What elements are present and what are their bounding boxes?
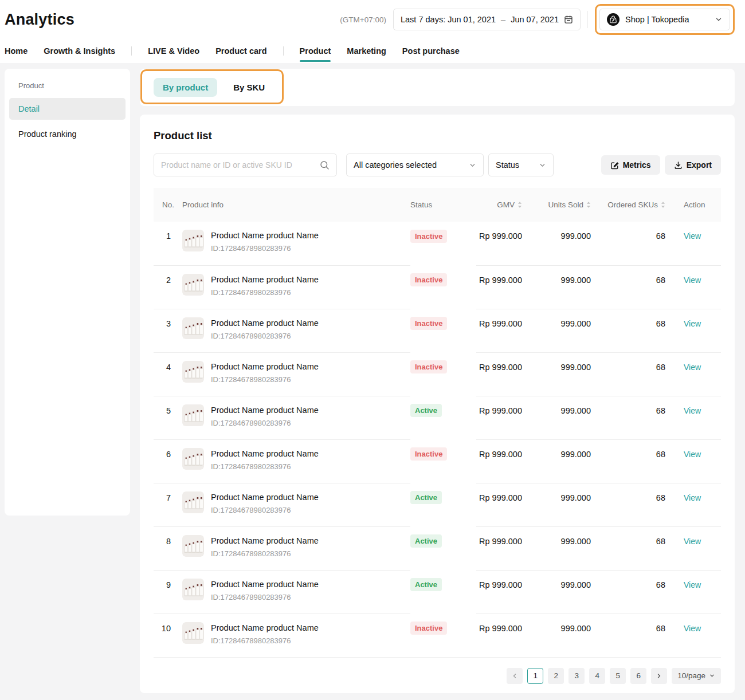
status-filter-value: Status bbox=[496, 160, 519, 170]
page-size-select[interactable]: 10/page bbox=[672, 668, 721, 684]
metrics-button[interactable]: Metrics bbox=[601, 155, 660, 175]
date-range-end: Jun 07, 2021 bbox=[511, 15, 559, 24]
view-tab-label: By SKU bbox=[233, 82, 265, 92]
product-info-cell: Product Name product Name ID:17284678980… bbox=[182, 222, 410, 265]
page-button[interactable]: 6 bbox=[630, 668, 646, 684]
product-id: ID:17284678980283976 bbox=[211, 593, 319, 601]
ordered-skus-value: 68 bbox=[591, 352, 665, 396]
table-body: 1 bbox=[154, 222, 721, 657]
product-info-cell: Product Name product Name ID:17284678980… bbox=[182, 570, 410, 614]
col-gmv: GMV bbox=[476, 188, 522, 222]
view-link[interactable]: View bbox=[684, 580, 701, 589]
page-title: Analytics bbox=[5, 11, 74, 29]
view-link[interactable]: View bbox=[684, 363, 701, 372]
page-button-label: 2 bbox=[554, 671, 558, 680]
top-nav: Home Growth & Insights LIVE & Video Prod… bbox=[0, 39, 745, 63]
chevron-left-icon bbox=[511, 673, 518, 679]
product-thumbnail bbox=[182, 579, 204, 600]
page-button[interactable]: 4 bbox=[589, 668, 605, 684]
nav-item[interactable]: Post purchase bbox=[402, 39, 460, 63]
shop-selector[interactable]: Shop | Tokopedia bbox=[599, 9, 730, 30]
gmv-sort[interactable]: GMV bbox=[497, 200, 522, 209]
row-number: 9 bbox=[154, 570, 182, 614]
nav-item[interactable]: Product card bbox=[215, 39, 266, 63]
sort-icon bbox=[661, 201, 665, 209]
product-id: ID:17284678980283976 bbox=[211, 375, 319, 384]
sidebar-item[interactable]: Detail bbox=[9, 98, 126, 120]
nav-item-label: Product bbox=[300, 46, 331, 56]
page-buttons: 1 2 3 4 5 bbox=[527, 668, 646, 684]
product-name: Product Name product Name bbox=[211, 622, 319, 633]
units-sold-value: 999.000 bbox=[522, 439, 591, 483]
sidebar-item[interactable]: Product ranking bbox=[9, 123, 126, 145]
status-cell: Active bbox=[410, 526, 476, 570]
search-input[interactable] bbox=[161, 160, 315, 170]
category-filter[interactable]: All categories selected bbox=[346, 154, 484, 176]
view-link[interactable]: View bbox=[684, 450, 701, 459]
product-id: ID:17284678980283976 bbox=[211, 288, 319, 297]
gmv-value: Rp 999.000 bbox=[476, 614, 522, 657]
nav-item[interactable]: Product bbox=[300, 39, 331, 63]
next-page-button[interactable] bbox=[651, 668, 667, 684]
ordered-skus-value: 68 bbox=[591, 396, 665, 439]
nav-item-label: Home bbox=[5, 46, 28, 56]
view-link[interactable]: View bbox=[684, 537, 701, 546]
view-link[interactable]: View bbox=[684, 319, 701, 328]
view-tabs-card: By product By SKU bbox=[140, 69, 735, 106]
product-id: ID:17284678980283976 bbox=[211, 419, 319, 427]
status-badge: Active bbox=[410, 578, 442, 591]
view-link[interactable]: View bbox=[684, 231, 701, 241]
status-badge: Active bbox=[410, 534, 442, 548]
product-thumbnail bbox=[182, 274, 204, 296]
view-link[interactable]: View bbox=[684, 493, 701, 502]
product-search[interactable] bbox=[154, 154, 337, 176]
page-button[interactable]: 5 bbox=[610, 668, 626, 684]
sidebar: Product Detail Product ranking bbox=[5, 69, 130, 516]
col-action: Action bbox=[665, 188, 721, 222]
table-row: 1 bbox=[154, 222, 721, 265]
page-button-label: 5 bbox=[615, 671, 620, 680]
page-button-label: 4 bbox=[595, 671, 599, 680]
page-button[interactable]: 1 bbox=[527, 668, 543, 684]
nav-item[interactable]: Marketing bbox=[347, 39, 386, 63]
product-thumbnail bbox=[182, 622, 204, 644]
nav-divider bbox=[283, 46, 284, 56]
content-area: Product Detail Product ranking By produc… bbox=[0, 63, 745, 700]
product-name: Product Name product Name bbox=[211, 361, 319, 372]
shop-selector-label: Shop | Tokopedia bbox=[625, 15, 709, 24]
row-number: 1 bbox=[154, 222, 182, 265]
view-tab[interactable]: By SKU bbox=[233, 78, 265, 97]
date-range-picker[interactable]: Last 7 days: Jun 01, 2021 – Jun 07, 2021 bbox=[393, 9, 581, 30]
row-number: 10 bbox=[154, 614, 182, 657]
prev-page-button[interactable] bbox=[507, 668, 523, 684]
view-link[interactable]: View bbox=[684, 624, 701, 633]
table-row: 10 bbox=[154, 614, 721, 657]
nav-item[interactable]: Home bbox=[5, 39, 28, 63]
page-button[interactable]: 2 bbox=[548, 668, 564, 684]
ordered-skus-sort[interactable]: Ordered SKUs bbox=[607, 200, 665, 209]
search-icon[interactable] bbox=[320, 160, 330, 170]
row-number: 7 bbox=[154, 483, 182, 526]
nav-item[interactable]: LIVE & Video bbox=[148, 39, 199, 63]
view-tab[interactable]: By product bbox=[154, 78, 217, 97]
export-button-label: Export bbox=[687, 160, 712, 170]
status-filter[interactable]: Status bbox=[488, 154, 554, 176]
status-cell: Inactive bbox=[410, 439, 476, 483]
page-size-label: 10/page bbox=[677, 671, 705, 680]
product-thumbnail bbox=[182, 361, 204, 383]
status-cell: Active bbox=[410, 483, 476, 526]
units-sold-sort[interactable]: Units Sold bbox=[548, 200, 591, 209]
ordered-skus-value: 68 bbox=[591, 439, 665, 483]
nav-item[interactable]: Growth & Insights bbox=[44, 39, 115, 63]
table-row: 5 bbox=[154, 396, 721, 439]
product-id: ID:17284678980283976 bbox=[211, 462, 319, 471]
export-button[interactable]: Export bbox=[665, 155, 721, 175]
chevron-down-icon bbox=[539, 162, 546, 169]
chevron-down-icon bbox=[715, 15, 723, 23]
view-link[interactable]: View bbox=[684, 276, 701, 285]
row-number: 3 bbox=[154, 309, 182, 352]
status-cell: Active bbox=[410, 396, 476, 439]
page-button[interactable]: 3 bbox=[568, 668, 585, 684]
row-number: 6 bbox=[154, 439, 182, 483]
view-link[interactable]: View bbox=[684, 406, 701, 415]
